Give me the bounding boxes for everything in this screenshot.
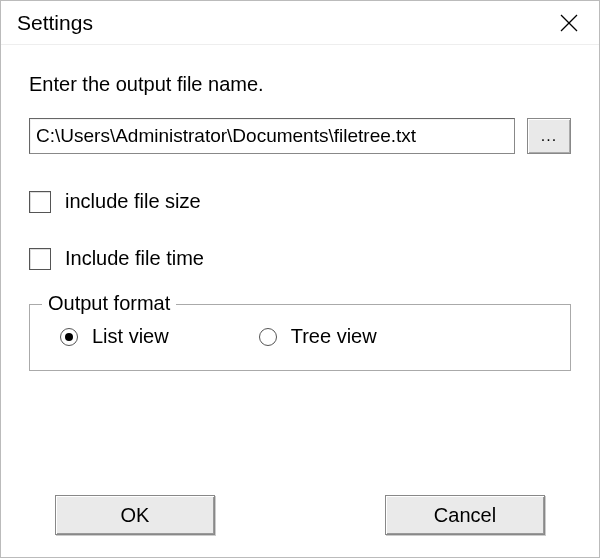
dialog-button-row: OK Cancel	[1, 495, 599, 535]
cancel-button-label: Cancel	[434, 504, 496, 526]
output-format-group: Output format List view Tree view	[29, 304, 571, 371]
file-path-row: ...	[29, 118, 571, 154]
list-view-label: List view	[92, 325, 169, 348]
close-icon	[560, 14, 578, 32]
output-format-radios: List view Tree view	[60, 325, 550, 348]
include-file-size-checkbox[interactable]: include file size	[29, 190, 571, 213]
include-file-size-label: include file size	[65, 190, 201, 213]
prompt-label: Enter the output file name.	[29, 73, 571, 96]
output-file-input[interactable]	[29, 118, 515, 154]
include-file-time-label: Include file time	[65, 247, 204, 270]
radio-icon	[60, 328, 78, 346]
cancel-button[interactable]: Cancel	[385, 495, 545, 535]
window-title: Settings	[17, 11, 93, 35]
close-button[interactable]	[547, 1, 591, 45]
ok-button[interactable]: OK	[55, 495, 215, 535]
settings-dialog: Settings Enter the output file name. ...…	[0, 0, 600, 558]
tree-view-radio[interactable]: Tree view	[259, 325, 377, 348]
browse-button[interactable]: ...	[527, 118, 571, 154]
tree-view-label: Tree view	[291, 325, 377, 348]
browse-button-label: ...	[541, 127, 557, 145]
checkbox-box-icon	[29, 191, 51, 213]
checkbox-box-icon	[29, 248, 51, 270]
output-format-legend: Output format	[42, 292, 176, 315]
titlebar: Settings	[1, 1, 599, 45]
include-file-time-checkbox[interactable]: Include file time	[29, 247, 571, 270]
radio-icon	[259, 328, 277, 346]
dialog-content: Enter the output file name. ... include …	[1, 45, 599, 371]
ok-button-label: OK	[121, 504, 150, 526]
list-view-radio[interactable]: List view	[60, 325, 169, 348]
